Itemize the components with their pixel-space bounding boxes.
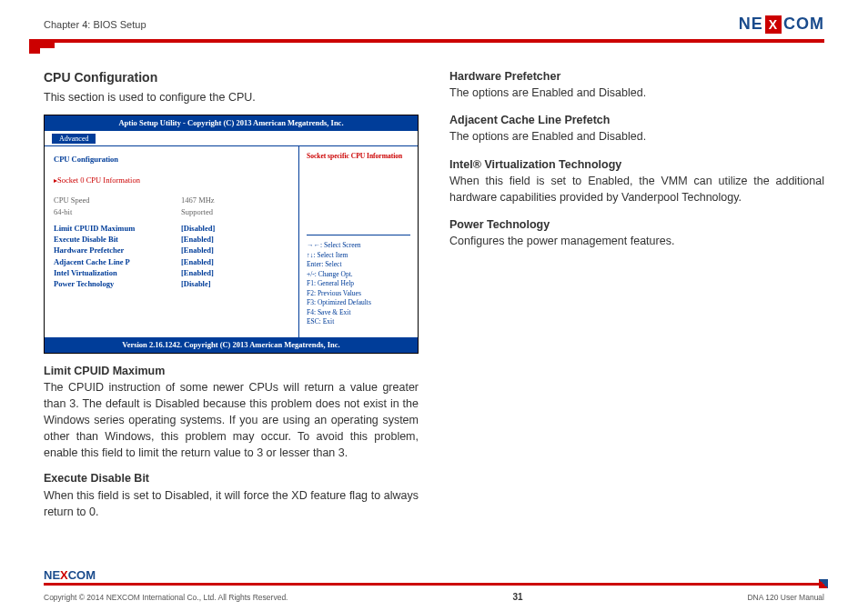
bios-tab-bar: Advanced	[45, 131, 418, 147]
bios-gray-rows: CPU Speed1467 MHz64-bitSupported	[54, 195, 289, 217]
bios-help-line: F3: Optimized Defaults	[307, 298, 410, 308]
bios-tab-advanced: Advanced	[52, 134, 96, 144]
bios-help-line: F1: General Help	[307, 279, 410, 289]
left-column: CPU Configuration This section is used t…	[44, 68, 419, 526]
section-title: CPU Configuration	[44, 68, 419, 86]
logo-x-icon: X	[765, 15, 782, 34]
nexcom-logo: NEXCOM	[739, 15, 824, 34]
page-footer: Copyright © 2014 NEXCOM International Co…	[44, 592, 824, 602]
bios-blue-rows: Limit CPUID Maximum[Disabled]Execute Dis…	[54, 223, 289, 290]
bios-help-line: →←: Select Screen	[307, 241, 410, 251]
bios-title-bar: Aptio Setup Utility - Copyright (C) 2013…	[45, 115, 418, 130]
page-header: Chapter 4: BIOS Setup NEXCOM	[0, 0, 868, 39]
header-bar	[44, 39, 824, 43]
description-group: Power TechnologyConfigures the power man…	[449, 216, 824, 249]
limit-cpuid-body: The CPUID instruction of some newer CPUs…	[44, 379, 419, 462]
bios-row: Limit CPUID Maximum[Disabled]	[54, 223, 289, 234]
manual-name: DNA 120 User Manual	[747, 593, 824, 602]
bios-side-title: Socket specific CPU Information	[307, 152, 410, 235]
description-body: Configures the power management features…	[449, 233, 824, 249]
content-area: CPU Configuration This section is used t…	[0, 43, 868, 535]
page-number: 31	[512, 592, 522, 602]
execute-disable-body: When this field is set to Disabled, it w…	[44, 487, 419, 520]
bios-row: Intel Virtualization[Enabled]	[54, 267, 289, 278]
bios-side-panel: Socket specific CPU Information →←: Sele…	[299, 146, 418, 337]
bios-row: CPU Speed1467 MHz	[54, 195, 289, 205]
description-heading: Hardware Prefetcher	[449, 68, 824, 85]
bios-body: CPU Configuration Socket 0 CPU Informati…	[45, 146, 418, 337]
bios-help-line: +/-: Change Opt.	[307, 270, 410, 280]
chapter-label: Chapter 4: BIOS Setup	[44, 19, 146, 30]
bios-header: CPU Configuration	[54, 154, 289, 165]
right-column: Hardware PrefetcherThe options are Enabl…	[449, 68, 824, 526]
bios-row: Adjacent Cache Line P[Enabled]	[54, 256, 289, 267]
description-body: When this field is set to Enabled, the V…	[449, 173, 824, 205]
execute-disable-heading: Execute Disable Bit	[44, 470, 419, 486]
footer-logo: NEXCOM	[44, 568, 96, 582]
section-subtitle: This section is used to configure the CP…	[44, 89, 419, 105]
bios-row: 64-bitSupported	[54, 206, 289, 217]
bios-footer: Version 2.16.1242. Copyright (C) 2013 Am…	[45, 337, 418, 352]
copyright: Copyright © 2014 NEXCOM International Co…	[44, 593, 288, 602]
bios-row: Execute Disable Bit[Enabled]	[54, 234, 289, 245]
bios-help-line: F4: Save & Exit	[307, 308, 410, 318]
limit-cpuid-heading: Limit CPUID Maximum	[44, 363, 419, 379]
description-heading: Power Technology	[449, 216, 824, 233]
description-body: The options are Enabled and Disabled.	[449, 128, 824, 145]
bios-row: Hardware Prefetcher[Enabled]	[54, 245, 289, 255]
description-group: Adjacent Cache Line PrefetchThe options …	[449, 112, 824, 145]
bios-help-line: F2: Previous Values	[307, 289, 410, 299]
footer-bar	[44, 583, 824, 586]
bios-help-line: ↑↓: Select Item	[307, 251, 410, 261]
description-group: Hardware PrefetcherThe options are Enabl…	[449, 68, 824, 101]
bios-selected-item: Socket 0 CPU Information	[54, 175, 289, 186]
description-heading: Adjacent Cache Line Prefetch	[449, 112, 824, 128]
description-group: Intel® Virtualization TechnologyWhen thi…	[449, 156, 824, 205]
bios-help-line: ESC: Exit	[307, 317, 410, 327]
bios-main-panel: CPU Configuration Socket 0 CPU Informati…	[45, 146, 299, 337]
description-body: The options are Enabled and Disabled.	[449, 85, 824, 101]
bios-help-line: Enter: Select	[307, 260, 410, 270]
bios-row: Power Technology[Disable]	[54, 278, 289, 289]
bios-screenshot: Aptio Setup Utility - Copyright (C) 2013…	[44, 115, 419, 353]
description-heading: Intel® Virtualization Technology	[449, 156, 824, 173]
bios-help-keys: →←: Select Screen↑↓: Select ItemEnter: S…	[307, 241, 410, 327]
